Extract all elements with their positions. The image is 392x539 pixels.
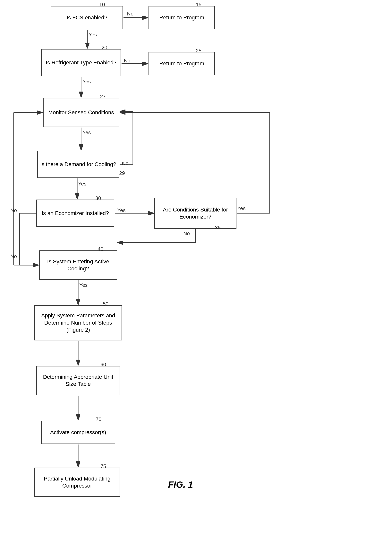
arrow-no-demand: No: [122, 160, 128, 167]
step-label-35: 35: [215, 225, 221, 231]
box-determining-unit: Determining Appropriate Unit Size Table: [36, 366, 120, 395]
arrow-no-suitable: No: [183, 231, 190, 236]
arrow-no-refrig: No: [124, 58, 130, 64]
arrow-no-fcs: No: [127, 11, 133, 17]
fig-label: FIG. 1: [168, 479, 193, 490]
step-label-25: 25: [196, 48, 202, 54]
box-return-program-2: Return to Program: [149, 52, 215, 75]
step-label-29: 29: [119, 170, 125, 176]
arrow-no-econ: No: [10, 207, 17, 213]
box-conditions-suitable: Are Conditions Suitable for Economizer?: [154, 197, 236, 229]
arrow-yes-refrig: Yes: [82, 79, 91, 85]
box-monitor-sensed: Monitor Sensed Conditions: [43, 98, 119, 127]
box-partially-unload: Partially Unload Modulating Compressor: [34, 468, 120, 497]
arrow-yes-system: Yes: [79, 282, 88, 288]
box-demand-cooling: Is there a Demand for Cooling?: [37, 151, 119, 178]
step-label-50: 50: [103, 301, 109, 307]
box-return-program-1: Return to Program: [149, 6, 215, 29]
arrow-yes-fcs: Yes: [89, 32, 97, 38]
box-refrigerant-enabled: Is Refrigerant Type Enabled?: [41, 49, 121, 76]
step-label-75: 75: [100, 463, 106, 469]
arrow-yes-monitor: Yes: [82, 130, 91, 135]
step-label-20: 20: [102, 45, 107, 51]
arrow-yes-demand: Yes: [78, 181, 86, 187]
step-label-40: 40: [98, 246, 103, 252]
step-label-15: 15: [196, 2, 202, 8]
box-apply-system: Apply System Parameters and Determine Nu…: [34, 305, 122, 340]
box-fcs-enabled: Is FCS enabled?: [51, 6, 123, 29]
step-label-60: 60: [100, 361, 106, 368]
arrow-no-system: No: [10, 253, 17, 260]
arrow-yes-suitable: Yes: [237, 205, 246, 212]
step-label-70: 70: [96, 416, 101, 422]
box-system-entering: Is System Entering Active Cooling?: [39, 250, 117, 280]
box-activate-compressor: Activate compressor(s): [41, 421, 115, 444]
arrow-yes-econ: Yes: [117, 207, 125, 213]
step-label-27: 27: [100, 94, 106, 100]
step-label-30: 30: [95, 195, 101, 201]
diagram-container: Is FCS enabled? 10 Return to Program 15 …: [0, 0, 392, 539]
step-label-10: 10: [99, 2, 105, 8]
box-economizer-installed: Is an Economizer Installed?: [36, 200, 114, 227]
